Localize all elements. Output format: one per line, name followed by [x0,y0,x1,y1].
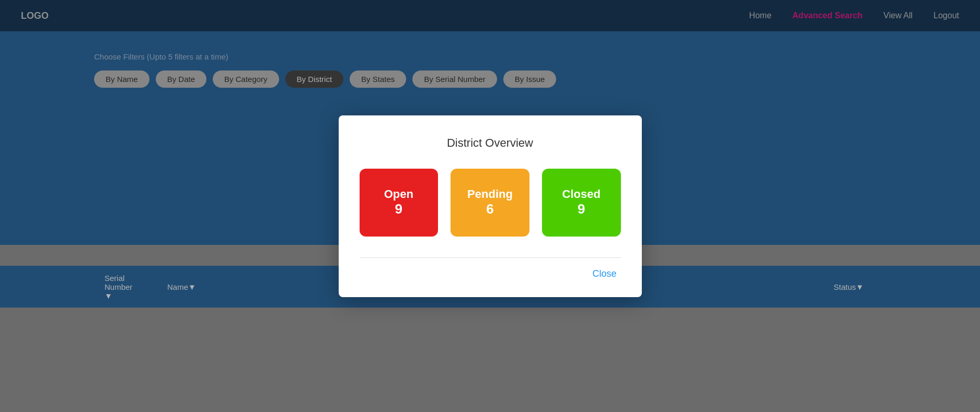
modal-divider [360,257,621,258]
pending-label: Pending [467,187,513,201]
modal-overlay: District Overview Open 9 Pending 6 Close… [0,0,980,412]
pending-value: 6 [486,201,493,217]
closed-label: Closed [562,187,601,201]
open-value: 9 [395,201,402,217]
closed-value: 9 [578,201,585,217]
modal-title: District Overview [360,136,621,150]
stat-card-pending[interactable]: Pending 6 [451,169,529,237]
open-label: Open [384,187,413,201]
district-overview-modal: District Overview Open 9 Pending 6 Close… [339,115,642,297]
stat-card-open[interactable]: Open 9 [360,169,439,237]
stat-card-closed[interactable]: Closed 9 [542,169,621,237]
modal-close-button[interactable]: Close [588,266,620,281]
modal-close-area: Close [360,266,621,281]
modal-cards: Open 9 Pending 6 Closed 9 [360,169,621,237]
